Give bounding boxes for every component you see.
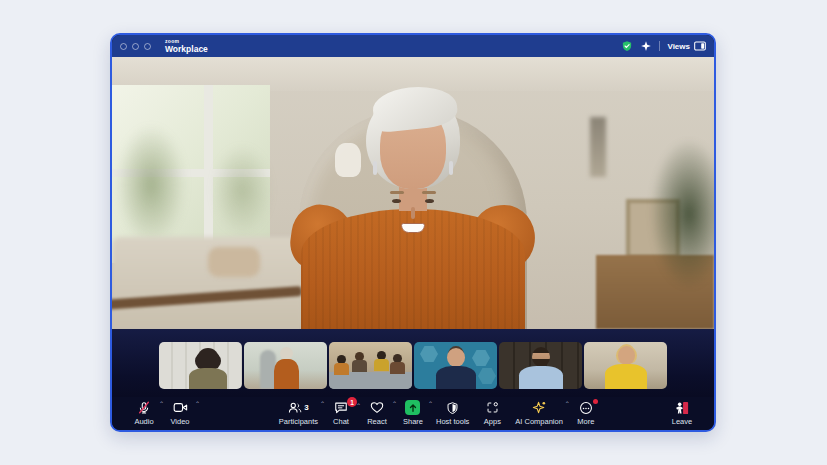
- titlebar-divider: [659, 41, 660, 51]
- earring: [373, 161, 377, 175]
- ai-companion-sparkle-icon: [532, 400, 547, 415]
- views-button[interactable]: Views: [667, 41, 706, 51]
- filmstrip-thumbnail-4[interactable]: [414, 342, 497, 389]
- heart-icon: [370, 400, 384, 415]
- leave-icon: [675, 400, 690, 415]
- apps-icon: [486, 400, 499, 415]
- earring: [449, 161, 453, 175]
- more-icon: [579, 400, 593, 415]
- filmstrip-thumbnail-6[interactable]: [584, 342, 667, 389]
- views-label: Views: [667, 42, 690, 51]
- react-button[interactable]: ⌃ React: [359, 398, 395, 429]
- zoom-meeting-window: zoom Workplace Views: [110, 33, 716, 432]
- video-button[interactable]: ⌃ Video: [162, 398, 198, 429]
- window-minimize-icon[interactable]: [132, 43, 139, 50]
- more-notification-dot: [593, 399, 598, 404]
- scene-lamp: [590, 117, 606, 177]
- filmstrip: [112, 329, 714, 397]
- main-video: [112, 57, 714, 329]
- security-shield-icon[interactable]: [621, 40, 633, 52]
- scene-plant: [650, 139, 714, 289]
- chat-button[interactable]: 1 ⌃ Chat: [323, 398, 359, 429]
- leave-button[interactable]: Leave: [664, 398, 700, 429]
- shield-icon: [446, 400, 459, 415]
- audio-button[interactable]: ⌃ Audio: [126, 398, 162, 429]
- mic-muted-icon: [137, 400, 151, 415]
- share-button[interactable]: ⌃ Share: [395, 398, 431, 429]
- brand-workplace-text: Workplace: [165, 45, 208, 54]
- chat-bubble-icon: [334, 400, 348, 415]
- ai-companion-button[interactable]: ⌃ AI Companion: [510, 398, 568, 429]
- desktop-background: zoom Workplace Views: [0, 0, 827, 465]
- zoom-workplace-logo: zoom Workplace: [165, 39, 208, 54]
- views-layout-icon: [694, 41, 706, 51]
- meeting-toolbar: ⌃ Audio ⌃ Video ⌃: [112, 397, 714, 430]
- share-screen-icon: [405, 400, 420, 415]
- participants-button[interactable]: ⌃ 3 Participants: [274, 398, 323, 429]
- apps-button[interactable]: Apps: [474, 398, 510, 429]
- brand-zoom-text: zoom: [165, 39, 208, 44]
- window-controls[interactable]: [120, 43, 151, 50]
- scene-sofa: [112, 237, 302, 329]
- window-close-icon[interactable]: [120, 43, 127, 50]
- scene-sculpture: [335, 143, 361, 177]
- filmstrip-thumbnail-2[interactable]: [244, 342, 327, 389]
- window-maximize-icon[interactable]: [144, 43, 151, 50]
- video-caret-icon[interactable]: ⌃: [195, 401, 200, 407]
- participants-icon: [288, 401, 302, 414]
- filmstrip-thumbnail-1[interactable]: [159, 342, 242, 389]
- camera-icon: [173, 400, 188, 415]
- host-tools-button[interactable]: Host tools: [431, 398, 474, 429]
- filmstrip-thumbnail-5[interactable]: [499, 342, 582, 389]
- filmstrip-thumbnail-3[interactable]: [329, 342, 412, 389]
- ai-sparkle-icon[interactable]: [640, 40, 652, 52]
- participants-count: 3: [304, 403, 308, 412]
- scene-pillow: [208, 247, 260, 277]
- more-button[interactable]: More: [568, 398, 604, 429]
- title-bar: zoom Workplace Views: [112, 35, 714, 57]
